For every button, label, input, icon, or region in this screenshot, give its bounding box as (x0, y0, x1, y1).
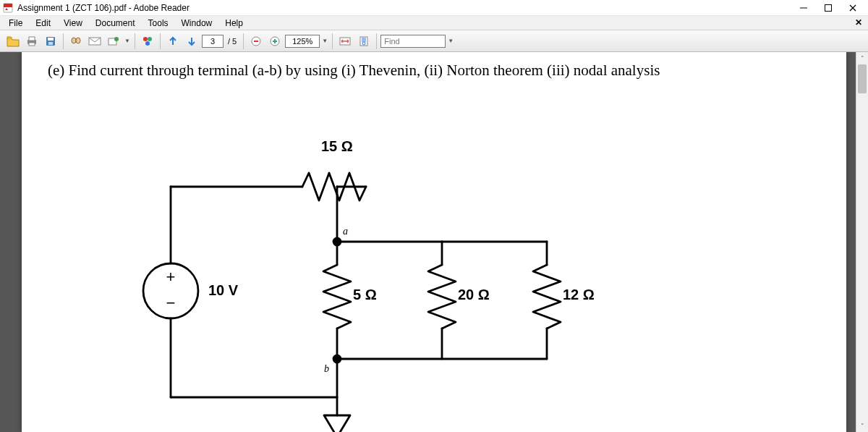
find-tool-button[interactable] (67, 33, 85, 50)
toolbar-separator (160, 33, 161, 49)
open-file-button[interactable] (4, 33, 22, 50)
label-r15: 15 Ω (321, 138, 353, 155)
menu-file[interactable]: File (3, 17, 28, 30)
next-page-button[interactable] (183, 33, 200, 50)
find-dropdown[interactable]: ▼ (447, 38, 454, 44)
pages-panel-button[interactable] (139, 33, 156, 50)
menu-window[interactable]: Window (176, 17, 218, 30)
maximize-button[interactable] (822, 1, 835, 14)
window-buttons (797, 1, 865, 14)
toolbar: ▼ / 5 ▼ ▼ (0, 30, 868, 52)
scroll-thumb[interactable] (858, 64, 867, 93)
toolbar-separator (135, 33, 135, 49)
pdf-app-icon (3, 3, 13, 13)
scroll-down-button[interactable]: ˅ (856, 420, 868, 432)
fit-page-button[interactable] (355, 33, 373, 50)
minimize-button[interactable] (797, 1, 810, 14)
label-v10: 10 V (208, 282, 238, 299)
document-close-icon[interactable]: ✕ (855, 17, 862, 27)
svg-text:−: − (166, 294, 176, 312)
collaborate-button[interactable] (105, 33, 122, 50)
label-node-b: b (324, 363, 329, 375)
svg-point-18 (148, 37, 152, 41)
svg-rect-1 (4, 4, 12, 7)
prev-page-button[interactable] (164, 33, 182, 50)
problem-statement: (e) Find current through terminal (a-b) … (48, 61, 820, 80)
find-input[interactable] (380, 35, 446, 48)
svg-text:+: + (166, 268, 176, 286)
vertical-scrollbar[interactable]: ˄ ˅ (856, 52, 868, 432)
toolbar-separator (243, 33, 244, 49)
scroll-track[interactable] (856, 64, 868, 420)
menu-tools[interactable]: Tools (142, 17, 174, 30)
svg-point-13 (76, 38, 80, 43)
svg-point-19 (145, 41, 150, 46)
svg-point-12 (72, 38, 76, 43)
svg-rect-7 (29, 37, 35, 41)
circuit-diagram: + − 15 Ω 10 V 5 Ω 20 Ω 12 Ω a b (48, 91, 771, 424)
collaborate-dropdown[interactable]: ▼ (124, 38, 131, 44)
label-node-a: a (343, 226, 348, 237)
scroll-up-button[interactable]: ˄ (856, 52, 868, 64)
svg-rect-10 (48, 38, 54, 41)
menu-help[interactable]: Help (219, 17, 249, 30)
svg-rect-3 (825, 4, 832, 11)
menubar: File Edit View Document Tools Window Hel… (0, 16, 868, 30)
save-button[interactable] (42, 33, 59, 50)
window-title: Assignment 1 (ZCT 106).pdf - Adobe Reade… (17, 3, 797, 13)
close-button[interactable] (846, 1, 859, 14)
label-r5: 5 Ω (353, 287, 377, 303)
zoom-input[interactable] (285, 35, 320, 48)
zoom-out-button[interactable] (247, 33, 265, 50)
window-titlebar: Assignment 1 (ZCT 106).pdf - Adobe Reade… (0, 0, 868, 16)
svg-rect-11 (48, 42, 53, 45)
menu-edit[interactable]: Edit (30, 17, 56, 30)
toolbar-separator (63, 33, 64, 49)
zoom-in-button[interactable] (266, 33, 284, 50)
svg-point-17 (143, 37, 148, 41)
svg-rect-8 (29, 43, 35, 46)
toolbar-separator (332, 33, 333, 49)
svg-point-16 (114, 37, 119, 41)
fit-width-button[interactable] (336, 33, 354, 50)
label-r20: 20 Ω (458, 287, 490, 303)
label-r12: 12 Ω (563, 287, 595, 303)
print-button[interactable] (23, 33, 41, 50)
pdf-page: (e) Find current through terminal (a-b) … (22, 52, 846, 432)
zoom-dropdown[interactable]: ▼ (321, 38, 328, 44)
menu-document[interactable]: Document (90, 17, 141, 30)
page-total-label: / 5 (225, 37, 239, 46)
toolbar-separator (376, 33, 377, 49)
document-viewport: (e) Find current through terminal (a-b) … (0, 52, 868, 432)
page-number-input[interactable] (202, 35, 224, 48)
menu-view[interactable]: View (58, 17, 88, 30)
email-button[interactable] (86, 33, 103, 50)
